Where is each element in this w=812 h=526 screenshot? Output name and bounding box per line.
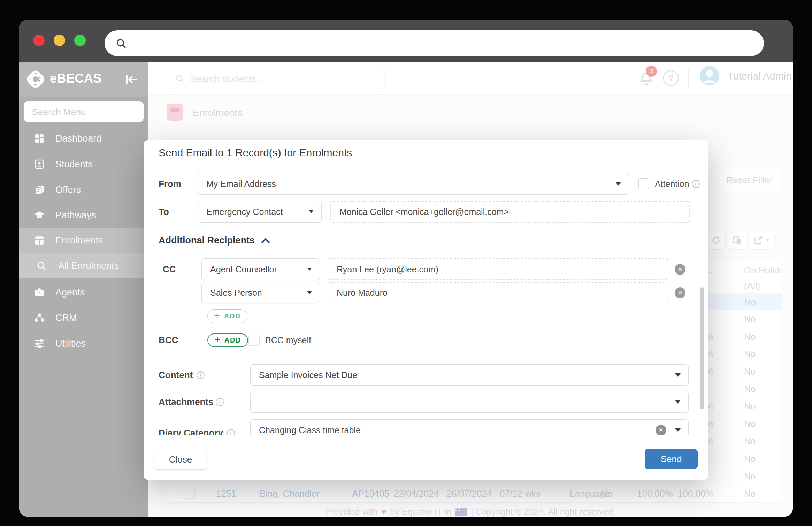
modal-scrollbar[interactable]	[700, 287, 704, 409]
sidebar-item-agents[interactable]: Agents	[19, 280, 148, 304]
remove-cc-icon[interactable]	[675, 264, 685, 275]
from-label: From	[159, 173, 181, 195]
avatar[interactable]	[700, 66, 719, 85]
cc-recipient-field[interactable]: Ryan Lee (ryan@lee.com)	[328, 258, 668, 280]
sidebar-item-label: All Enrolments	[58, 261, 119, 271]
attachments-select[interactable]	[250, 391, 689, 413]
student-search-input[interactable]	[190, 72, 380, 86]
clear-diary-icon[interactable]	[656, 425, 666, 435]
student-search[interactable]	[167, 68, 386, 89]
on-holiday-cell: No	[744, 450, 756, 467]
window-zoom-button[interactable]	[74, 35, 86, 46]
sidebar-collapse-icon[interactable]	[124, 73, 138, 86]
plus-icon	[214, 334, 221, 346]
additional-recipients-section: Additional Recipients	[159, 235, 271, 246]
content-info-icon[interactable]	[197, 371, 205, 379]
address-bar[interactable]	[105, 30, 764, 56]
sidebar-item-enrolments[interactable]: Enrolments	[19, 228, 148, 253]
sidebar-item-offers[interactable]: Offers	[19, 178, 148, 202]
chevron-down-icon	[615, 182, 621, 186]
refresh-icon	[711, 235, 721, 246]
sidebar-item-label: Dashboard	[55, 133, 101, 144]
sliders-icon	[33, 338, 46, 349]
sidebar-item-students[interactable]: Students	[19, 152, 148, 176]
close-label: Close	[169, 454, 192, 465]
address-bar-input[interactable]	[132, 34, 754, 53]
on-holiday-cell: No	[744, 293, 756, 311]
sidebar-item-pathways[interactable]: Pathways	[19, 203, 148, 227]
flag-cell: No	[601, 485, 612, 502]
diary-info-icon[interactable]	[227, 429, 235, 435]
window-minimize-button[interactable]	[54, 35, 65, 46]
on-holiday-cell: No	[744, 467, 756, 485]
on-holiday-cell: No	[744, 310, 756, 328]
page-footer: Provided with ♥ by Equator IT in | Copyr…	[148, 506, 793, 517]
copy-button[interactable]	[728, 231, 746, 250]
bcc-myself-checkbox[interactable]	[248, 335, 260, 346]
weeks-cell: 07/12 wks	[500, 485, 541, 502]
brand-title: eBECAS	[50, 71, 102, 86]
from-select[interactable]: My Email Address	[198, 173, 629, 195]
reset-filter-button[interactable]: Reset Filter	[719, 169, 780, 191]
chevron-down-icon	[766, 239, 770, 242]
modal-title: Send Email to 1 Record(s) for Enrolments	[159, 140, 352, 165]
sidebar-item-label: Enrolments	[55, 235, 103, 246]
browser-window: eBECAS Dashboard Students Offers	[19, 20, 793, 517]
cc-type-select[interactable]: Sales Person	[201, 282, 320, 303]
sidebar-search-input[interactable]	[31, 105, 137, 119]
enrolments-page-icon	[167, 104, 183, 121]
course-cell[interactable]: AP10405	[352, 485, 389, 502]
user-name[interactable]: Tutorial Admin	[727, 70, 791, 82]
notification-count: 3	[650, 67, 653, 75]
add-cc-button[interactable]: ADD	[207, 309, 247, 323]
sidebar-item-crm[interactable]: CRM	[19, 306, 148, 330]
table-icon	[33, 235, 46, 246]
cc-type-select[interactable]: Agent Counsellor	[201, 258, 320, 280]
id-cell[interactable]: 1251	[216, 485, 236, 502]
remove-cc-icon[interactable]	[675, 287, 685, 298]
on-holiday-cell: No	[744, 363, 756, 380]
attention-checkbox[interactable]	[638, 178, 649, 189]
on-holiday-cell: No	[744, 345, 756, 363]
close-button[interactable]: Close	[154, 449, 207, 470]
id-card-icon	[33, 159, 46, 170]
export-button[interactable]	[748, 231, 775, 250]
column-header-on-holiday[interactable]: On Holiday	[744, 262, 782, 279]
page-title: Enrolments	[193, 107, 242, 119]
diary-category-select[interactable]: Changing Class time table	[250, 419, 689, 435]
sidebar-item-utilities[interactable]: Utilities	[19, 332, 148, 355]
content-select[interactable]: Sample Invoices Net Due	[250, 364, 689, 386]
australia-flag-icon	[455, 508, 467, 516]
attention-info-icon[interactable]	[692, 180, 700, 188]
to-recipient-field[interactable]: Monica Geller <monica+geller@email.com>	[330, 201, 690, 223]
chevron-up-icon[interactable]	[260, 236, 271, 245]
cc-recipient-field[interactable]: Nuro Maduro	[328, 282, 668, 303]
sidebar-item-label: Utilities	[55, 338, 86, 349]
modal-body: From My Email Address Attention To Emerg…	[144, 165, 708, 435]
cc-label: CC	[163, 258, 176, 280]
search-icon	[115, 37, 128, 50]
help-icon[interactable]	[663, 70, 679, 86]
window-close-button[interactable]	[33, 35, 45, 46]
name-cell[interactable]: Bing, Chandler	[260, 485, 320, 502]
dashboard-icon	[33, 133, 46, 144]
copy-icon	[732, 235, 742, 246]
sidebar-item-label: Agents	[55, 287, 85, 298]
sidebar-item-all-enrolments[interactable]: All Enrolments	[19, 253, 148, 278]
add-cc-label: ADD	[224, 312, 241, 320]
to-type-select[interactable]: Emergency Contact	[198, 201, 322, 223]
row-checkbox[interactable]	[185, 489, 195, 499]
chevron-down-icon	[675, 373, 681, 377]
on-holiday-cell: No	[744, 415, 756, 433]
end-date-cell: 26/07/2024	[446, 485, 492, 502]
add-bcc-button[interactable]: ADD	[207, 333, 248, 347]
refresh-button[interactable]	[707, 231, 726, 250]
screenshot-stage: eBECAS Dashboard Students Offers	[0, 0, 812, 526]
documents-icon	[33, 184, 46, 195]
table-row[interactable]: 1251 Bing, Chandler AP10405 22/04/2024 2…	[167, 485, 782, 503]
sidebar-item-dashboard[interactable]: Dashboard	[19, 127, 148, 150]
send-button[interactable]: Send	[645, 449, 698, 469]
on-holiday-filter[interactable]: (All)	[744, 279, 760, 293]
sidebar-search[interactable]	[24, 101, 144, 122]
attachments-info-icon[interactable]	[216, 398, 224, 406]
